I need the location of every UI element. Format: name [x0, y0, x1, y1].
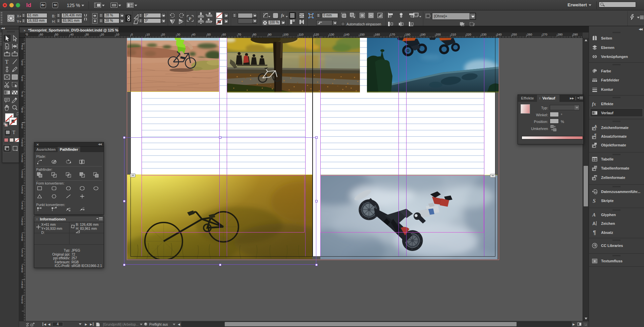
svg-text:A: A: [594, 125, 597, 128]
svg-text:T: T: [5, 59, 9, 65]
svg-text:A: A: [592, 221, 596, 226]
svg-text:fx: fx: [592, 102, 596, 107]
svg-text:¶: ¶: [594, 133, 596, 137]
svg-text:A: A: [592, 212, 596, 217]
svg-text:P: P: [189, 16, 191, 21]
svg-text:S: S: [593, 198, 596, 204]
svg-text:¶: ¶: [593, 230, 596, 236]
